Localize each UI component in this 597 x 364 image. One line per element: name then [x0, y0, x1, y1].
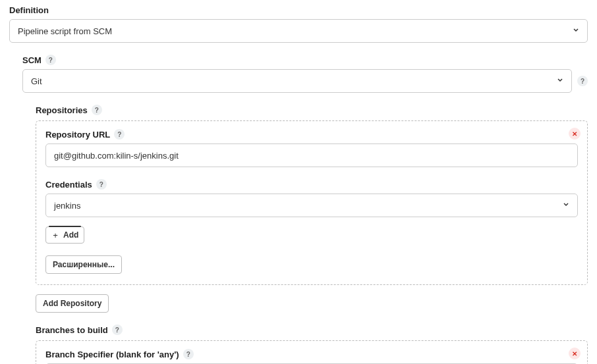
definition-select-value: Pipeline script from SCM — [9, 19, 588, 43]
delete-icon[interactable]: ✕ — [569, 128, 581, 140]
plus-icon: + — [51, 231, 59, 239]
help-icon[interactable]: ? — [577, 76, 588, 86]
credentials-select[interactable]: jenkins — [45, 194, 578, 217]
repository-block: ✕ Repository URL ? Credentials ? jenkins… — [36, 120, 588, 285]
help-icon[interactable]: ? — [114, 129, 125, 140]
scm-select[interactable]: Git — [22, 69, 572, 93]
delete-icon[interactable]: ✕ — [569, 348, 581, 359]
definition-select[interactable]: Pipeline script from SCM — [9, 19, 588, 43]
help-icon[interactable]: ? — [45, 55, 56, 65]
scm-label: SCM ? — [22, 55, 588, 65]
definition-label: Definition — [9, 5, 588, 15]
help-icon[interactable]: ? — [112, 325, 123, 335]
repository-url-label: Repository URL ? — [45, 129, 578, 140]
help-icon[interactable]: ? — [96, 179, 107, 190]
credentials-select-value: jenkins — [45, 194, 578, 217]
branch-block: ✕ Branch Specifier (blank for 'any') ? — [36, 340, 588, 364]
help-icon[interactable]: ? — [92, 105, 102, 115]
repositories-label: Repositories ? — [36, 105, 588, 115]
add-credentials-button[interactable]: + Add — [45, 226, 84, 244]
scm-select-value: Git — [22, 69, 572, 93]
repository-url-input[interactable] — [45, 143, 578, 167]
branch-specifier-label: Branch Specifier (blank for 'any') ? — [45, 349, 578, 359]
credentials-label: Credentials ? — [45, 179, 578, 190]
add-repository-button[interactable]: Add Repository — [36, 294, 109, 313]
help-icon[interactable]: ? — [183, 349, 194, 359]
branches-label: Branches to build ? — [36, 325, 588, 335]
advanced-button[interactable]: Расширенные... — [45, 255, 122, 274]
